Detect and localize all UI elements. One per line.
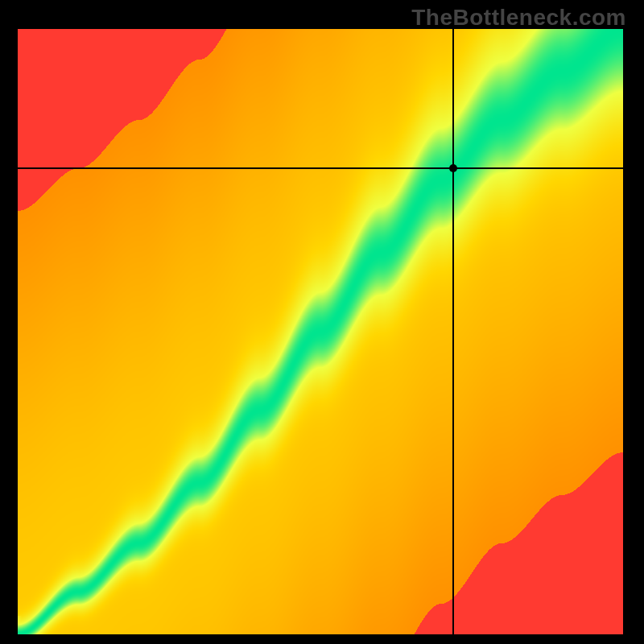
heatmap-canvas: [18, 29, 623, 634]
crosshair-vertical: [452, 29, 454, 634]
crosshair-horizontal: [18, 167, 623, 169]
heatmap-chart: [18, 29, 623, 634]
crosshair-point: [449, 164, 457, 172]
watermark-text: TheBottleneck.com: [411, 5, 626, 31]
